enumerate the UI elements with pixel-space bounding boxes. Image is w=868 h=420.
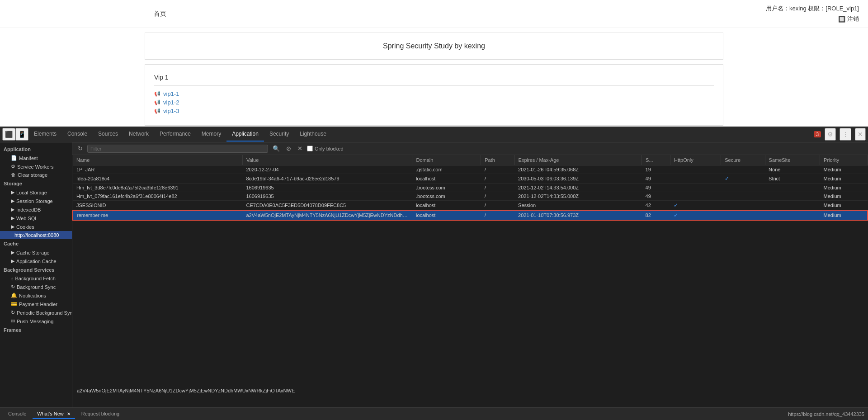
cookies-data-table: Name Value Domain Path Expires / Max-Age… bbox=[72, 155, 868, 221]
col-value[interactable]: Value bbox=[242, 155, 412, 165]
filter-input[interactable] bbox=[87, 145, 268, 153]
close-devtools-btn[interactable]: ✕ bbox=[855, 128, 866, 141]
tab-performance[interactable]: Performance bbox=[154, 127, 196, 142]
cookies-toolbar: ↻ 🔍 ⊘ ✕ Only blocked bbox=[72, 142, 868, 155]
cell-httponly bbox=[670, 192, 721, 201]
table-row[interactable]: remember-me a2V4aW5nOjE2MTAyNjM4NTY5NzA6… bbox=[73, 210, 868, 220]
tab-network[interactable]: Network bbox=[123, 127, 154, 142]
only-blocked-checkbox[interactable] bbox=[307, 146, 313, 151]
expand-app-cache-icon: ▶ bbox=[11, 258, 14, 264]
sidebar-item-notifications[interactable]: 🔔 Notifications bbox=[0, 291, 72, 300]
bottom-tab-console[interactable]: Console bbox=[4, 409, 31, 419]
banner-text: Spring Security Study by kexing bbox=[383, 42, 485, 50]
table-row[interactable]: Idea-20a818c4 8cde19bf-34a6-4717-b9ac-d2… bbox=[73, 174, 868, 184]
sidebar-item-manifest[interactable]: 📄 Manifest bbox=[0, 154, 72, 162]
inspect-element-btn[interactable]: ⬛ bbox=[2, 128, 15, 141]
expand-cache-storage-icon: ▶ bbox=[11, 250, 14, 255]
sidebar-item-indexeddb[interactable]: ▶ IndexedDB bbox=[0, 205, 72, 214]
tab-lighthouse[interactable]: Lighthouse bbox=[294, 127, 332, 142]
manifest-label: Manifest bbox=[19, 156, 38, 161]
background-fetch-icon: ↕ bbox=[11, 276, 14, 281]
cell-value: a2V4aW5nOjE2MTAyNjM4NTY5NzA6NjU1ZDcwYjM5… bbox=[242, 210, 412, 220]
table-row[interactable]: JSESSIONID CE7CDA0E0AC5F3ED5D04078D09FEC… bbox=[73, 201, 868, 211]
tab-console[interactable]: Console bbox=[62, 127, 93, 142]
clear-storage-label: Clear storage bbox=[18, 172, 47, 178]
cell-path: / bbox=[481, 192, 514, 201]
payment-handler-label: Payment Handler bbox=[19, 302, 57, 307]
error-badge: 3 bbox=[814, 131, 821, 137]
col-size[interactable]: S... bbox=[642, 155, 670, 165]
push-messaging-label: Push Messaging bbox=[17, 319, 53, 324]
vip-link-2[interactable]: vip1-2 bbox=[154, 99, 714, 106]
indexeddb-label: IndexedDB bbox=[16, 207, 41, 212]
sidebar-item-background-fetch[interactable]: ↕ Background Fetch bbox=[0, 274, 72, 283]
cell-domain: .bootcss.com bbox=[412, 184, 481, 192]
sidebar-item-local-storage[interactable]: ▶ Local Storage bbox=[0, 188, 72, 197]
tab-application[interactable]: Application bbox=[226, 127, 264, 142]
col-httponly[interactable]: HttpOnly bbox=[670, 155, 721, 165]
logout-button[interactable]: 🔲 注销 bbox=[766, 15, 859, 23]
col-name[interactable]: Name bbox=[73, 155, 242, 165]
sidebar-item-session-storage[interactable]: ▶ Session Storage bbox=[0, 197, 72, 205]
cell-samesite: None bbox=[765, 165, 820, 174]
col-expires[interactable]: Expires / Max-Age bbox=[514, 155, 642, 165]
sidebar-item-application-cache[interactable]: ▶ Application Cache bbox=[0, 257, 72, 265]
filter-block-btn[interactable]: ⊘ bbox=[284, 144, 293, 153]
tab-memory[interactable]: Memory bbox=[196, 127, 226, 142]
more-tools-btn[interactable]: ⋮ bbox=[840, 128, 851, 141]
sidebar-item-localhost[interactable]: http://localhost:8080 bbox=[0, 231, 72, 239]
cell-value: 1606919635 bbox=[242, 192, 412, 201]
sidebar-item-background-sync[interactable]: ↻ Background Sync bbox=[0, 283, 72, 291]
cell-name: 1P_JAR bbox=[73, 165, 242, 174]
table-row[interactable]: Hm_lvt_079fac161efc4b2a6f31e80064f14e82 … bbox=[73, 192, 868, 201]
bottom-tab-whats-new[interactable]: What's New ✕ bbox=[33, 409, 75, 419]
tab-sources[interactable]: Sources bbox=[93, 127, 123, 142]
settings-btn[interactable]: ⚙ bbox=[825, 128, 836, 141]
table-row[interactable]: 1P_JAR 2020-12-27-04 .gstatic.com / 2021… bbox=[73, 165, 868, 174]
cell-name: Idea-20a818c4 bbox=[73, 174, 242, 184]
col-domain[interactable]: Domain bbox=[412, 155, 481, 165]
col-samesite[interactable]: SameSite bbox=[765, 155, 820, 165]
httponly-check: ✓ bbox=[674, 212, 678, 218]
sidebar-item-service-workers[interactable]: ⚙ Service Workers bbox=[0, 162, 72, 171]
cell-size: 49 bbox=[642, 192, 670, 201]
sidebar-item-periodic-bg-sync[interactable]: ↻ Periodic Background Sync bbox=[0, 308, 72, 317]
sidebar-item-payment-handler[interactable]: 💳 Payment Handler bbox=[0, 300, 72, 308]
filter-close-btn[interactable]: ✕ bbox=[296, 144, 304, 153]
refresh-btn[interactable]: ↻ bbox=[76, 144, 85, 153]
sidebar-section-cache: Cache bbox=[0, 239, 72, 248]
table-body: 1P_JAR 2020-12-27-04 .gstatic.com / 2021… bbox=[73, 165, 868, 221]
cell-samesite bbox=[765, 192, 820, 201]
sidebar-item-push-messaging[interactable]: ✉ Push Messaging bbox=[0, 317, 72, 326]
sidebar-item-clear-storage[interactable]: 🗑 Clear storage bbox=[0, 171, 72, 179]
service-workers-icon: ⚙ bbox=[11, 164, 15, 170]
cell-value: 8cde19bf-34a6-4717-b9ac-d26ee2d18579 bbox=[242, 174, 412, 184]
sidebar-item-cookies[interactable]: ▶ Cookies bbox=[0, 222, 72, 231]
tab-elements[interactable]: Elements bbox=[28, 127, 62, 142]
tab-security[interactable]: Security bbox=[264, 127, 294, 142]
devtools-tab-bar: ⬛ 📱 Elements Console Sources Network Per… bbox=[0, 127, 868, 142]
cell-samesite bbox=[765, 210, 820, 220]
background-sync-label: Background Sync bbox=[17, 284, 56, 290]
sidebar-item-web-sql[interactable]: ▶ Web SQL bbox=[0, 214, 72, 222]
sidebar-item-cache-storage[interactable]: ▶ Cache Storage bbox=[0, 248, 72, 257]
home-link[interactable]: 首页 bbox=[154, 10, 166, 17]
devtools-body: Application 📄 Manifest ⚙ Service Workers… bbox=[0, 142, 868, 407]
col-secure[interactable]: Secure bbox=[721, 155, 765, 165]
device-mode-btn[interactable]: 📱 bbox=[15, 128, 28, 141]
vip-link-1[interactable]: vip1-1 bbox=[154, 90, 714, 97]
cell-path: / bbox=[481, 184, 514, 192]
local-storage-label: Local Storage bbox=[16, 190, 47, 195]
whats-new-close-btn[interactable]: ✕ bbox=[67, 411, 71, 416]
cookies-table: Name Value Domain Path Expires / Max-Age… bbox=[72, 155, 868, 385]
col-priority[interactable]: Priority bbox=[820, 155, 868, 165]
table-row[interactable]: Hm_lvt_3d8e7fc0de8a2a75f2ca3bfe128e6391 … bbox=[73, 184, 868, 192]
devtools-panel: ⬛ 📱 Elements Console Sources Network Per… bbox=[0, 127, 868, 420]
col-path[interactable]: Path bbox=[481, 155, 514, 165]
selected-cookie-value: a2V4aW5nOjE2MTAyNjM4NTY5NzA6NjU1ZDcwYjM5… bbox=[77, 388, 295, 393]
bottom-tab-request-blocking[interactable]: Request blocking bbox=[77, 409, 124, 419]
vip-link-3[interactable]: vip1-3 bbox=[154, 108, 714, 114]
page-header: 首页 用户名：kexing 权限：[ROLE_vip1] 🔲 注销 bbox=[0, 0, 868, 28]
filter-clear-btn[interactable]: 🔍 bbox=[271, 144, 282, 153]
cell-path: / bbox=[481, 210, 514, 220]
